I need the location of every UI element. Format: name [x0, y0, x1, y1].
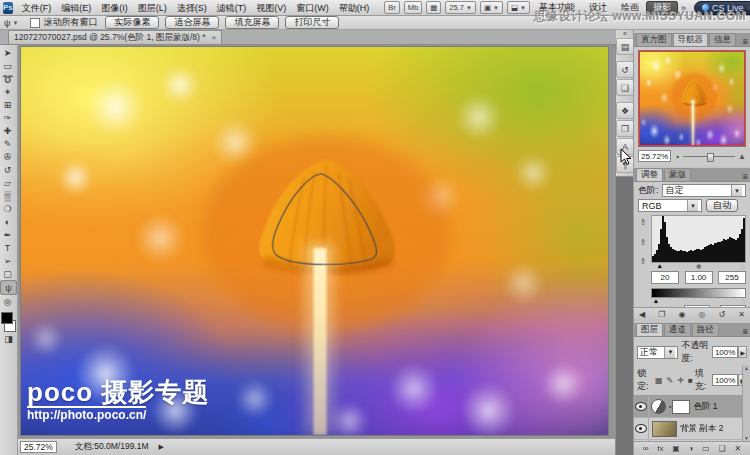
zoom-slider-thumb[interactable] [707, 153, 714, 162]
hand-tool-preview[interactable]: ψ ▼ [4, 18, 18, 28]
eyedropper-tool[interactable]: ✑ [0, 111, 15, 124]
launch-mini-bridge-button[interactable]: Mb [404, 1, 422, 14]
return-to-adjustment-list-icon[interactable]: ◀ [639, 310, 645, 319]
move-tool[interactable]: ➤ [0, 46, 15, 59]
ps-logo-icon[interactable]: Ps [3, 2, 13, 14]
styles-panel-icon[interactable]: ❖ [616, 102, 634, 119]
panel-menu-icon[interactable]: ≣ [742, 173, 748, 181]
healing-brush-tool[interactable]: ✚ [0, 124, 15, 137]
zoom-in-icon[interactable]: ▲ [738, 152, 746, 161]
navigator-tab-导航器[interactable]: 导航器 [673, 33, 709, 46]
navigator-view-box[interactable] [639, 51, 745, 146]
visibility-toggle[interactable] [634, 418, 649, 439]
quick-selection-tool[interactable]: ✶ [0, 85, 15, 98]
scroll-up-icon[interactable]: ▲ [744, 365, 749, 371]
clip-to-layer-icon[interactable]: ◉ [678, 310, 685, 319]
navigator-zoom-field[interactable]: 25.72% [638, 150, 671, 162]
layer-comps-panel-icon[interactable]: ❏ [616, 79, 634, 96]
menu-视图[interactable]: 视图(V) [251, 1, 291, 15]
toggle-visibility-icon[interactable]: ◎ [698, 310, 705, 319]
layers-tab-路径[interactable]: 路径 [692, 323, 719, 336]
document-tab[interactable]: 120727070027.psd @ 25.7%(色阶 1, 图层蒙版/8) *… [8, 30, 222, 44]
dodge-tool[interactable]: ◐ [0, 215, 15, 228]
clone-stamp-tool[interactable]: ✇ [0, 150, 15, 163]
layer-mask-thumbnail[interactable] [672, 400, 690, 414]
view-button-实际像素[interactable]: 实际像素 [105, 16, 159, 29]
workspace-摄影[interactable]: 摄影 [646, 1, 678, 15]
add-layer-mask-icon[interactable]: ▣ [672, 444, 680, 453]
mini-bridge-panel-icon[interactable]: ▤ [616, 38, 634, 55]
character-panel-icon[interactable]: A [616, 138, 634, 155]
close-tab-icon[interactable]: × [211, 33, 216, 42]
levels-preset-dropdown[interactable]: 自定 ▼ [662, 184, 746, 197]
input-level-field-0[interactable]: 20 [651, 271, 679, 284]
panel-menu-icon[interactable]: ≣ [742, 38, 748, 46]
layers-scrollbar[interactable]: ▲▼ [742, 365, 750, 441]
layer-row[interactable]: 背景 副本 2 [634, 418, 750, 440]
link-layers-icon[interactable]: ∞ [643, 444, 649, 453]
layer-row[interactable]: ▪色阶 1 [634, 396, 750, 418]
menu-图层[interactable]: 图层(L) [133, 1, 172, 15]
blur-tool[interactable]: ❍ [0, 202, 15, 215]
auto-button[interactable]: 自动 [706, 199, 738, 212]
workspace-基本功能[interactable]: 基本功能 [532, 1, 582, 15]
cs-live-button[interactable]: CS Live ▼ [694, 1, 750, 15]
input-slider-0[interactable]: ▲ [657, 263, 663, 270]
zoom-level-control[interactable]: 25.7 ▼ [445, 1, 476, 14]
scroll-down-icon[interactable]: ▼ [744, 435, 749, 441]
menu-选择[interactable]: 选择(S) [172, 1, 212, 15]
brush-tool[interactable]: ✎ [0, 137, 15, 150]
delete-layer-icon[interactable]: ✕ [734, 444, 741, 453]
adjustments-tab-蒙版[interactable]: 蒙版 [664, 168, 691, 181]
opacity-field[interactable]: 100% [712, 346, 738, 358]
reset-adjustment-icon[interactable]: ↺ [718, 310, 725, 319]
input-level-field-2[interactable]: 255 [718, 271, 746, 284]
input-slider-2[interactable]: △ [740, 263, 745, 270]
arrange-documents-button[interactable]: ▣ ▼ [480, 1, 503, 14]
crop-tool[interactable]: ⊞ [0, 98, 15, 111]
view-button-填充屏幕[interactable]: 填充屏幕 [225, 16, 279, 29]
expand-dock-icon[interactable]: « [616, 30, 634, 37]
gray-point-eyedropper-icon[interactable]: ✑ [639, 234, 648, 245]
zoom-out-icon[interactable]: ▲ [675, 153, 680, 159]
lock-pixels-icon[interactable]: ✎ [667, 376, 674, 385]
quick-mask-button[interactable]: ◨ [1, 332, 16, 345]
pen-tool[interactable]: ✒ [0, 228, 15, 241]
history-brush-tool[interactable]: ↺ [0, 163, 15, 176]
status-zoom-field[interactable]: 25.72% [20, 441, 57, 453]
view-extras-button[interactable]: ▦ [426, 1, 441, 14]
screen-mode-button[interactable]: ⬓ ▼ [507, 1, 530, 14]
menu-帮助[interactable]: 帮助(H) [334, 1, 375, 15]
menu-滤镜[interactable]: 滤镜(T) [212, 1, 252, 15]
menu-编辑[interactable]: 编辑(E) [56, 1, 96, 15]
document-image[interactable]: poco 摄影专题 http://photo.poco.cn/ [20, 46, 609, 436]
white-point-eyedropper-icon[interactable]: ✑ [639, 253, 648, 264]
zoom-tool[interactable]: ◎ [0, 295, 15, 308]
menu-图像[interactable]: 图像(I) [96, 1, 133, 15]
gradient-tool[interactable]: ▒ [0, 189, 15, 202]
view-button-打印尺寸[interactable]: 打印尺寸 [285, 16, 339, 29]
navigator-tab-信息[interactable]: 信息 [709, 33, 736, 46]
blend-mode-dropdown[interactable]: 正常 ▼ [637, 346, 678, 359]
layers-tab-通道[interactable]: 通道 [664, 323, 691, 336]
hand-tool[interactable]: ψ [0, 280, 17, 295]
new-group-icon[interactable]: ▭ [702, 444, 710, 453]
foreground-color-swatch[interactable] [1, 312, 13, 324]
channel-dropdown[interactable]: RGB ▼ [638, 199, 702, 212]
status-flyout-icon[interactable]: ▶ [159, 443, 164, 451]
shape-tool[interactable]: ▢ [0, 267, 15, 280]
lasso-tool[interactable]: ➰ [0, 72, 15, 85]
black-point-eyedropper-icon[interactable]: ✑ [639, 214, 648, 225]
output-slider-0[interactable]: ▲ [653, 298, 659, 305]
input-level-field-1[interactable]: 1.00 [685, 271, 713, 284]
layers-tab-图层[interactable]: 图层 [636, 323, 663, 336]
canvas-area[interactable]: poco 摄影专题 http://photo.poco.cn/ [18, 44, 616, 438]
lock-transparency-icon[interactable]: ▦ [655, 376, 663, 385]
navigator-zoom-slider[interactable]: ▲ ▲ [675, 152, 746, 161]
menu-文件[interactable]: 文件(F) [17, 1, 57, 15]
input-slider-1[interactable]: ◆ [697, 263, 702, 270]
eraser-tool[interactable]: ▱ [0, 176, 15, 189]
workspace-overflow-button[interactable]: » [678, 3, 689, 13]
clone-source-panel-icon[interactable]: ❐ [616, 120, 634, 137]
workspace-绘画[interactable]: 绘画 [614, 1, 646, 15]
